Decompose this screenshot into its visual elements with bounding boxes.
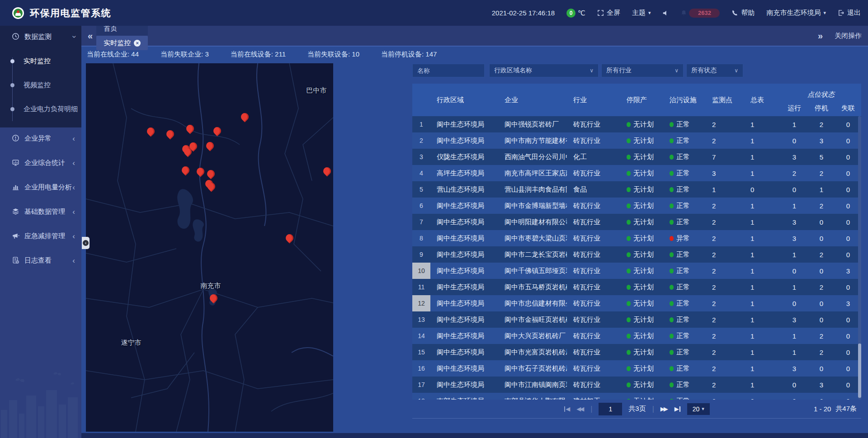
cell-region: 营山生态环境局	[430, 181, 498, 198]
sidebar-item-label: 企业综合统计	[24, 159, 65, 167]
stat-value: 44	[131, 50, 139, 58]
prev-page-button[interactable]: ◀◀	[576, 406, 584, 412]
phone-icon	[731, 9, 738, 16]
table-row[interactable]: 2阆中生态环境局阆中市南方节能建材有砖瓦行业无计划正常21030	[412, 132, 861, 149]
cell-running: 3	[781, 149, 808, 165]
tab-实时监控[interactable]: 实时监控×	[96, 36, 148, 50]
col-header: 行政区域	[430, 84, 498, 116]
cell-facility-status: 正常	[663, 393, 704, 400]
clock-icon	[12, 33, 20, 41]
point-status-group-header: 点位状态	[781, 84, 861, 100]
org-dropdown[interactable]: 南充市生态环境局▾	[766, 9, 826, 17]
page-size-select[interactable]: 20▾	[687, 403, 710, 415]
mute-button[interactable]	[662, 10, 669, 16]
fullscreen-button[interactable]: 全屏	[597, 9, 620, 17]
table-row[interactable]: 5营山生态环境局营山县润丰肉食品有限食品无计划正常10010	[412, 181, 861, 198]
table-row[interactable]: 13阆中生态环境局阆中市金福旺页岩机砖砖瓦行业无计划正常21300	[412, 311, 861, 328]
cell-total-meters: 1	[742, 132, 781, 149]
sidebar-item-6[interactable]: 应急减排管理‹	[0, 225, 81, 247]
row-index: 9	[412, 246, 430, 263]
table-row[interactable]: 8阆中生态环境局阆中市枣碧大梁山页岩砖瓦行业无计划异常21300	[412, 230, 861, 246]
sidebar-item-5[interactable]: 基础数据管理‹	[0, 201, 81, 222]
table-row[interactable]: 1阆中生态环境局阆中强锐页岩砖厂砖瓦行业无计划正常21120	[412, 116, 861, 132]
table-row[interactable]: 12阆中生态环境局阆中市忠信建材有限公砖瓦行业无计划正常21003	[412, 295, 861, 311]
cell-industry: 砖瓦行业	[567, 311, 620, 328]
status-dot-icon	[670, 366, 674, 371]
cell-halted: 0	[808, 360, 835, 377]
table-row[interactable]: 18南部生态环境局南部县鸿华土陶有限公建材加工无计划正常60060	[412, 393, 861, 400]
table-row[interactable]: 14阆中生态环境局阆中大兴页岩机砖厂砖瓦行业无计划正常21120	[412, 328, 861, 344]
row-index: 14	[412, 328, 430, 344]
sidebar-item-7[interactable]: 日志查看‹	[0, 250, 81, 271]
cell-company: 南充市高坪区王家店建	[498, 165, 567, 181]
table-row[interactable]: 7阆中生态环境局阆中明阳建材有限公司砖瓦行业无计划正常21300	[412, 214, 861, 230]
page-number-input[interactable]	[599, 403, 622, 415]
table-row[interactable]: 6阆中生态环境局阆中市金博瑞新型墙材砖瓦行业无计划正常21120	[412, 198, 861, 214]
cell-total-meters: 1	[742, 360, 781, 377]
close-icon[interactable]: ×	[134, 40, 141, 47]
sidebar-collapse-handle[interactable]: ‹	[82, 237, 90, 249]
table-row[interactable]: 11阆中生态环境局阆中市五马桥页岩机砖砖瓦行业无计划正常21120	[412, 279, 861, 295]
close-operations-button[interactable]: 关闭操作	[835, 32, 862, 40]
filter-select-2[interactable]: 所有行业∨	[601, 64, 684, 77]
status-dot-icon	[627, 301, 631, 306]
cell-stop-plan: 无计划	[620, 246, 663, 263]
cell-industry: 砖瓦行业	[567, 165, 620, 181]
sidebar-item-label: 企业异常	[24, 134, 52, 143]
stat-item: 当前失联设备: 10	[307, 50, 359, 59]
row-index: 6	[412, 198, 430, 214]
help-button[interactable]: 帮助	[731, 9, 755, 17]
logout-button[interactable]: 退出	[838, 9, 861, 17]
col-header: 总表	[742, 84, 781, 116]
cell-monitor-points: 1	[704, 181, 742, 198]
table-row[interactable]: 9阆中生态环境局阆中市二龙长宝页岩砖砖瓦行业无计划正常21120	[412, 246, 861, 263]
cell-facility-status: 正常	[663, 116, 704, 132]
filter-bar: 行政区域名称∨所有行业∨所有状态∨	[412, 64, 743, 77]
sidebar-subitem[interactable]: 企业电力负荷明细	[0, 97, 81, 121]
sidebar-item-3[interactable]: 企业综合统计‹	[0, 152, 81, 174]
stat-item: 当前失联企业: 3	[160, 50, 209, 59]
status-dot-icon	[627, 252, 631, 257]
megaphone-icon	[12, 232, 20, 240]
cell-industry: 砖瓦行业	[567, 263, 620, 279]
scrollbar-thumb[interactable]	[858, 344, 861, 398]
filter-select-3[interactable]: 所有状态∨	[686, 64, 743, 77]
cell-region: 阆中生态环境局	[430, 230, 498, 246]
sidebar-item-4[interactable]: 企业用电量分析‹	[0, 176, 81, 198]
next-page-button[interactable]: ▶▶	[660, 406, 668, 412]
fullscreen-icon	[597, 9, 604, 16]
tabs-scroll-right-icon[interactable]: »	[818, 31, 823, 40]
stat-value: 147	[425, 50, 437, 58]
name-search-input[interactable]	[412, 64, 485, 77]
table-row[interactable]: 4高坪生态环境局南充市高坪区王家店建砖瓦行业无计划正常31220	[412, 165, 861, 181]
theme-dropdown[interactable]: 主题▾	[632, 9, 651, 17]
cell-monitor-points: 2	[704, 279, 742, 295]
table-row[interactable]: 15阆中生态环境局阆中市光富页岩机砖厂砖瓦行业无计划正常21120	[412, 344, 861, 360]
table-row[interactable]: 3仪陇生态环境局西南油气田分公司川中化工无计划正常71350	[412, 149, 861, 165]
tabs-scroll-left-icon[interactable]: «	[88, 31, 93, 40]
sub-col-header: 运行	[781, 100, 808, 116]
first-page-button[interactable]: ◀	[564, 406, 570, 412]
table-row[interactable]: 17阆中生态环境局阆中市江南镇阆南页岩砖瓦行业无计划正常21030	[412, 377, 861, 393]
cell-company: 阆中明阳建材有限公司	[498, 214, 567, 230]
app-logo-icon	[12, 7, 24, 19]
map-panel[interactable]: 巴中市南充市遂宁市	[86, 63, 333, 432]
table-row[interactable]: 10阆中生态环境局阆中千佛镇五郎垭页岩砖瓦行业无计划正常21003	[412, 263, 861, 279]
sidebar-subitem[interactable]: 视频监控	[0, 73, 81, 97]
cell-monitor-points: 2	[704, 263, 742, 279]
table-row[interactable]: 16阆中生态环境局阆中市石子页岩机砖厂砖瓦行业无计划正常21300	[412, 360, 861, 377]
filter-select-1[interactable]: 行政区域名称∨	[489, 64, 599, 77]
cell-lost: 0	[835, 246, 861, 263]
sidebar-subitem[interactable]: 实时监控	[0, 49, 81, 73]
cell-company: 阆中市光富页岩机砖厂	[498, 344, 567, 360]
sidebar-item-2[interactable]: 企业异常‹	[0, 127, 81, 149]
log-icon	[12, 256, 20, 264]
cell-stop-plan: 无计划	[620, 279, 663, 295]
chevron-left-icon: ‹	[72, 135, 75, 142]
table-scrollbar[interactable]	[858, 116, 861, 400]
notifications-button[interactable]: 2632	[680, 9, 720, 18]
last-page-button[interactable]: ▶	[675, 406, 681, 412]
bullet-icon	[10, 107, 14, 111]
col-header: 停限产	[620, 84, 663, 116]
sidebar-item-1[interactable]: 数据监测‹	[0, 26, 81, 47]
